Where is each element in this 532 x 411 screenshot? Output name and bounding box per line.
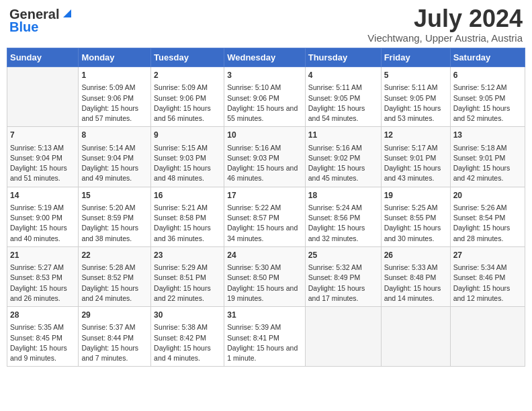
calendar-cell: 16Sunrise: 5:21 AMSunset: 8:58 PMDayligh…: [151, 187, 224, 246]
cell-content: Sunrise: 5:37 AMSunset: 8:44 PMDaylight:…: [81, 322, 148, 363]
day-number: 20: [453, 190, 522, 201]
day-number: 15: [81, 190, 148, 201]
calendar-cell: 6Sunrise: 5:12 AMSunset: 9:05 PMDaylight…: [450, 67, 525, 127]
calendar-cell: 14Sunrise: 5:19 AMSunset: 9:00 PMDayligh…: [7, 187, 79, 246]
calendar-cell: 4Sunrise: 5:11 AMSunset: 9:05 PMDaylight…: [305, 67, 381, 127]
header-wednesday: Wednesday: [224, 48, 306, 67]
day-number: 9: [154, 130, 221, 141]
day-number: 12: [384, 130, 447, 141]
cell-content: Sunrise: 5:29 AMSunset: 8:51 PMDaylight:…: [154, 263, 221, 304]
calendar-week-5: 28Sunrise: 5:35 AMSunset: 8:45 PMDayligh…: [7, 307, 525, 367]
cell-content: Sunrise: 5:20 AMSunset: 8:59 PMDaylight:…: [81, 203, 148, 244]
cell-content: Sunrise: 5:17 AMSunset: 9:01 PMDaylight:…: [384, 143, 447, 184]
day-number: 14: [10, 190, 75, 201]
cell-content: Sunrise: 5:09 AMSunset: 9:06 PMDaylight:…: [154, 83, 221, 124]
day-number: 28: [10, 310, 75, 321]
header-thursday: Thursday: [305, 48, 381, 67]
calendar-cell: 12Sunrise: 5:17 AMSunset: 9:01 PMDayligh…: [381, 127, 450, 187]
day-number: 19: [384, 190, 447, 201]
cell-content: Sunrise: 5:22 AMSunset: 8:57 PMDaylight:…: [227, 203, 302, 244]
day-number: 30: [154, 310, 221, 321]
calendar-header-row: SundayMondayTuesdayWednesdayThursdayFrid…: [7, 48, 525, 67]
calendar-cell: 28Sunrise: 5:35 AMSunset: 8:45 PMDayligh…: [7, 307, 79, 367]
header-tuesday: Tuesday: [151, 48, 224, 67]
cell-content: Sunrise: 5:19 AMSunset: 9:00 PMDaylight:…: [10, 203, 75, 244]
calendar-cell: 20Sunrise: 5:26 AMSunset: 8:54 PMDayligh…: [450, 187, 525, 246]
calendar-cell: 18Sunrise: 5:24 AMSunset: 8:56 PMDayligh…: [305, 187, 381, 246]
day-number: 22: [81, 250, 148, 261]
calendar-cell: [450, 307, 525, 367]
calendar-cell: 7Sunrise: 5:13 AMSunset: 9:04 PMDaylight…: [7, 127, 79, 187]
cell-content: Sunrise: 5:34 AMSunset: 8:46 PMDaylight:…: [453, 263, 522, 304]
cell-content: Sunrise: 5:11 AMSunset: 9:05 PMDaylight:…: [384, 83, 447, 124]
day-number: 23: [154, 250, 221, 261]
cell-content: Sunrise: 5:32 AMSunset: 8:49 PMDaylight:…: [308, 263, 378, 304]
calendar-cell: 19Sunrise: 5:25 AMSunset: 8:55 PMDayligh…: [381, 187, 450, 246]
day-number: 25: [308, 250, 378, 261]
day-number: 5: [384, 70, 447, 81]
calendar-table: SundayMondayTuesdayWednesdayThursdayFrid…: [7, 48, 525, 367]
day-number: 1: [81, 70, 148, 81]
header-sunday: Sunday: [7, 48, 79, 67]
calendar-cell: 11Sunrise: 5:16 AMSunset: 9:02 PMDayligh…: [305, 127, 381, 187]
calendar-cell: 25Sunrise: 5:32 AMSunset: 8:49 PMDayligh…: [305, 246, 381, 306]
day-number: 3: [227, 70, 302, 81]
cell-content: Sunrise: 5:33 AMSunset: 8:48 PMDaylight:…: [384, 263, 447, 304]
day-number: 10: [227, 130, 302, 141]
calendar-title: July 2024: [367, 7, 523, 31]
cell-content: Sunrise: 5:11 AMSunset: 9:05 PMDaylight:…: [308, 83, 378, 124]
calendar-week-2: 7Sunrise: 5:13 AMSunset: 9:04 PMDaylight…: [7, 127, 525, 187]
day-number: 24: [227, 250, 302, 261]
cell-content: Sunrise: 5:14 AMSunset: 9:04 PMDaylight:…: [81, 143, 148, 184]
day-number: 2: [154, 70, 221, 81]
calendar-cell: 30Sunrise: 5:38 AMSunset: 8:42 PMDayligh…: [151, 307, 224, 367]
day-number: 6: [453, 70, 522, 81]
header-friday: Friday: [381, 48, 450, 67]
calendar-cell: 23Sunrise: 5:29 AMSunset: 8:51 PMDayligh…: [151, 246, 224, 306]
day-number: 26: [384, 250, 447, 261]
header-saturday: Saturday: [450, 48, 525, 67]
day-number: 17: [227, 190, 302, 201]
cell-content: Sunrise: 5:13 AMSunset: 9:04 PMDaylight:…: [10, 143, 75, 184]
calendar-cell: 31Sunrise: 5:39 AMSunset: 8:41 PMDayligh…: [224, 307, 306, 367]
calendar-cell: 1Sunrise: 5:09 AMSunset: 9:06 PMDaylight…: [79, 67, 151, 127]
logo-text-blue: Blue: [9, 19, 38, 35]
title-block: July 2024 Viechtwang, Upper Austria, Aus…: [367, 7, 523, 44]
calendar-cell: 8Sunrise: 5:14 AMSunset: 9:04 PMDaylight…: [79, 127, 151, 187]
calendar-cell: 2Sunrise: 5:09 AMSunset: 9:06 PMDaylight…: [151, 67, 224, 127]
cell-content: Sunrise: 5:16 AMSunset: 9:03 PMDaylight:…: [227, 143, 302, 184]
cell-content: Sunrise: 5:26 AMSunset: 8:54 PMDaylight:…: [453, 203, 522, 244]
cell-content: Sunrise: 5:25 AMSunset: 8:55 PMDaylight:…: [384, 203, 447, 244]
cell-content: Sunrise: 5:18 AMSunset: 9:01 PMDaylight:…: [453, 143, 522, 184]
cell-content: Sunrise: 5:16 AMSunset: 9:02 PMDaylight:…: [308, 143, 378, 184]
calendar-cell: [7, 67, 79, 127]
day-number: 27: [453, 250, 522, 261]
day-number: 7: [10, 130, 75, 141]
cell-content: Sunrise: 5:12 AMSunset: 9:05 PMDaylight:…: [453, 83, 522, 124]
day-number: 13: [453, 130, 522, 141]
calendar-cell: 3Sunrise: 5:10 AMSunset: 9:06 PMDaylight…: [224, 67, 306, 127]
calendar-cell: 22Sunrise: 5:28 AMSunset: 8:52 PMDayligh…: [79, 246, 151, 306]
day-number: 11: [308, 130, 378, 141]
calendar-cell: 9Sunrise: 5:15 AMSunset: 9:03 PMDaylight…: [151, 127, 224, 187]
calendar-cell: [381, 307, 450, 367]
cell-content: Sunrise: 5:15 AMSunset: 9:03 PMDaylight:…: [154, 143, 221, 184]
day-number: 8: [81, 130, 148, 141]
calendar-cell: [305, 307, 381, 367]
calendar-week-1: 1Sunrise: 5:09 AMSunset: 9:06 PMDaylight…: [7, 67, 525, 127]
day-number: 21: [10, 250, 75, 261]
calendar-week-4: 21Sunrise: 5:27 AMSunset: 8:53 PMDayligh…: [7, 246, 525, 306]
day-number: 31: [227, 310, 302, 321]
cell-content: Sunrise: 5:24 AMSunset: 8:56 PMDaylight:…: [308, 203, 378, 244]
calendar-cell: 15Sunrise: 5:20 AMSunset: 8:59 PMDayligh…: [79, 187, 151, 246]
calendar-cell: 13Sunrise: 5:18 AMSunset: 9:01 PMDayligh…: [450, 127, 525, 187]
cell-content: Sunrise: 5:38 AMSunset: 8:42 PMDaylight:…: [154, 322, 221, 363]
calendar-cell: 10Sunrise: 5:16 AMSunset: 9:03 PMDayligh…: [224, 127, 306, 187]
svg-marker-0: [63, 9, 71, 17]
cell-content: Sunrise: 5:09 AMSunset: 9:06 PMDaylight:…: [81, 83, 148, 124]
cell-content: Sunrise: 5:28 AMSunset: 8:52 PMDaylight:…: [81, 263, 148, 304]
calendar-cell: 5Sunrise: 5:11 AMSunset: 9:05 PMDaylight…: [381, 67, 450, 127]
cell-content: Sunrise: 5:35 AMSunset: 8:45 PMDaylight:…: [10, 322, 75, 363]
calendar-cell: 21Sunrise: 5:27 AMSunset: 8:53 PMDayligh…: [7, 246, 79, 306]
header-monday: Monday: [79, 48, 151, 67]
